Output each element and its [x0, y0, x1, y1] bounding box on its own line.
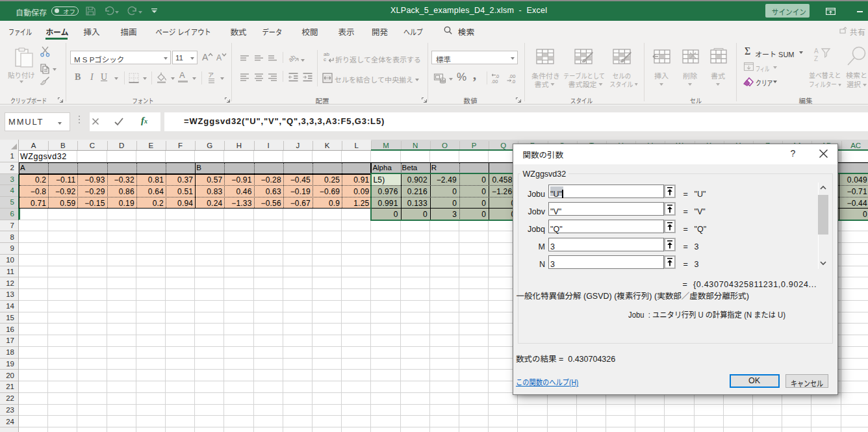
svg-text:A: A	[814, 47, 819, 55]
svg-text:Z: Z	[814, 55, 818, 62]
svg-text:.00: .00	[491, 79, 498, 84]
svg-text:.0: .0	[511, 79, 515, 84]
svg-text:ab: ab	[287, 53, 297, 64]
